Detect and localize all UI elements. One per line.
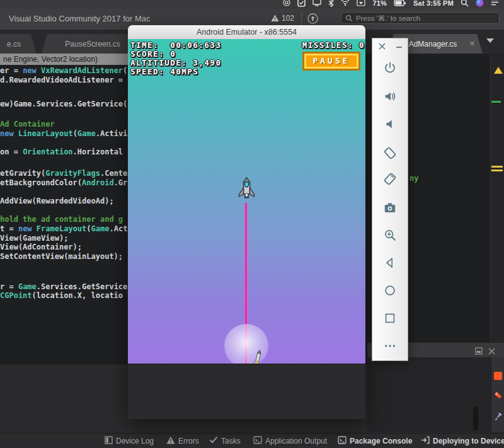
panel-close-icon[interactable]	[378, 42, 388, 52]
editor-scrollbar[interactable]	[490, 54, 504, 342]
search-placeholder: Press '⌘.' to search	[356, 14, 420, 23]
status-item-deploy[interactable]: Deploying to Device	[421, 436, 504, 446]
code-line: d.RewardedVideoAdListener =	[0, 76, 123, 84]
code-line: r = Game.Services.GetService(	[0, 282, 132, 291]
menu-status-icons	[283, 2, 365, 7]
code-line: hold the ad container and g	[0, 215, 123, 224]
code-fragment: ny	[410, 174, 418, 183]
rotate-right-icon[interactable]	[383, 172, 398, 187]
package-console-icon	[338, 436, 346, 446]
tab-partial[interactable]: e.cs	[0, 34, 37, 54]
zoom-in-icon[interactable]	[383, 228, 398, 243]
at-icon[interactable]	[283, 2, 290, 7]
tasks-icon	[209, 436, 218, 445]
output-console-area	[367, 357, 491, 432]
game-viewport[interactable]: TIME: 00:06:633 SCORE: 0 ALTITIUDE: 3,49…	[128, 39, 365, 364]
hud-altitude: ALTITIUDE: 3,490	[130, 58, 221, 67]
warning-icon	[271, 14, 279, 22]
battery-icon	[394, 2, 406, 7]
back-icon[interactable]	[383, 256, 398, 271]
menu-action-icons	[461, 2, 499, 7]
scrollbar-marker-yellow	[491, 166, 503, 168]
code-line: View(AdContainer);	[0, 243, 82, 251]
macos-menu-bar: 71% Sat 3:55 PM	[0, 0, 504, 9]
status-item-errors[interactable]: Errors	[166, 436, 199, 446]
menu-clock[interactable]: Sat 3:55 PM	[413, 0, 454, 7]
code-line: SetContentView(mainLayout);	[0, 252, 123, 261]
more-icon[interactable]	[383, 339, 398, 354]
code-line: on = Orientation.Horizontal	[0, 147, 123, 156]
cast-icon[interactable]	[357, 2, 365, 7]
search-icon	[345, 14, 353, 22]
volume-up-icon[interactable]	[383, 89, 398, 105]
rotate-left-icon[interactable]	[383, 146, 398, 161]
deploy-icon	[421, 436, 430, 446]
code-line: View(GameView);	[0, 234, 68, 243]
hud-speed: SPEED: 40MPS	[130, 67, 198, 76]
code-line: Ad Container	[0, 120, 55, 129]
titlebar-divider	[301, 13, 302, 25]
status-item-tasks[interactable]: Tasks	[209, 436, 241, 445]
code-line: t = new FrameLayout(Game.Acti	[0, 224, 132, 233]
warning-count-badge[interactable]: 102	[271, 14, 294, 23]
global-search-box[interactable]: Press '⌘.' to search	[341, 12, 500, 24]
screen: 71% Sat 3:55 PM Visual Studio Community …	[0, 0, 504, 448]
eraser-icon[interactable]	[493, 390, 503, 403]
panel-minimize-icon[interactable]	[395, 42, 405, 52]
hud-missiles: MISSILES: 0	[302, 40, 365, 50]
display-icon[interactable]	[312, 2, 321, 7]
status-item-app-output[interactable]: Application Output	[253, 436, 327, 446]
pause-button[interactable]: PAUSE	[302, 52, 360, 71]
bluetooth-icon[interactable]	[328, 2, 334, 7]
close-pad-icon[interactable]	[488, 346, 495, 357]
pin-icon[interactable]	[493, 411, 503, 424]
battery-percent: 71%	[372, 0, 387, 7]
emulator-control-panel	[372, 38, 408, 361]
hud-score: SCORE: 0	[130, 49, 176, 59]
list-icon[interactable]	[491, 2, 499, 7]
wifi-icon[interactable]	[341, 2, 350, 7]
code-line: new LinearLayout(Game.Activi	[0, 129, 127, 138]
scrollbar-marker-green	[491, 101, 501, 103]
tab-close-icon[interactable]: ✕	[469, 40, 475, 48]
emulator-title-bar[interactable]: Android Emulator - x86:5554	[128, 25, 365, 40]
code-line: CGPoint(location.X, locatio	[0, 291, 123, 300]
siri-icon[interactable]	[476, 2, 484, 7]
code-line: AddView(RewardedVideoAd);	[0, 197, 114, 205]
dock-pad-icon[interactable]	[475, 346, 483, 357]
android-emulator-window: Android Emulator - x86:5554 TIME: 00:06:…	[128, 25, 365, 419]
volume-down-icon[interactable]	[383, 117, 398, 132]
app-output-icon	[253, 436, 262, 446]
output-pad-toolbar	[491, 357, 504, 432]
update-icon[interactable]	[307, 13, 318, 26]
tab-list-dropdown-icon[interactable]	[486, 38, 494, 43]
hud-time: TIME: 00:06:633	[130, 40, 221, 50]
search-icon[interactable]	[461, 2, 469, 7]
power-icon[interactable]	[383, 61, 398, 76]
camera-icon[interactable]	[383, 201, 398, 216]
status-item-device-log[interactable]: Device Log	[105, 436, 154, 446]
code-line: etBackgroundColor(Android.Gra	[0, 178, 132, 187]
scrollbar-caret-marker	[494, 67, 503, 74]
vertical-scrollbar-thumb[interactable]	[473, 406, 478, 430]
code-line: etGravity(GravityFlags.Center	[0, 169, 132, 178]
rocket-sprite	[238, 177, 256, 207]
code-line: ew)Game.Services.GetService(	[0, 100, 127, 108]
scrollbar-marker-yellow	[491, 169, 503, 171]
overview-icon[interactable]	[383, 311, 398, 326]
status-bar: Device LogErrorsTasksApplication OutputP…	[0, 433, 504, 448]
checkbox-icon[interactable]	[297, 2, 306, 7]
home-icon[interactable]	[383, 284, 398, 299]
device-log-icon	[105, 436, 113, 446]
code-line: er = new VxRewardAdListener(	[0, 66, 127, 75]
status-item-package-console[interactable]: Package Console	[338, 436, 412, 446]
stop-icon[interactable]	[493, 371, 503, 383]
vs-window-title: Visual Studio Community 2017 for Mac	[9, 14, 150, 23]
errors-icon	[166, 436, 175, 446]
parameter-tooltip: ne Engine, Vector2 location)	[0, 54, 128, 65]
